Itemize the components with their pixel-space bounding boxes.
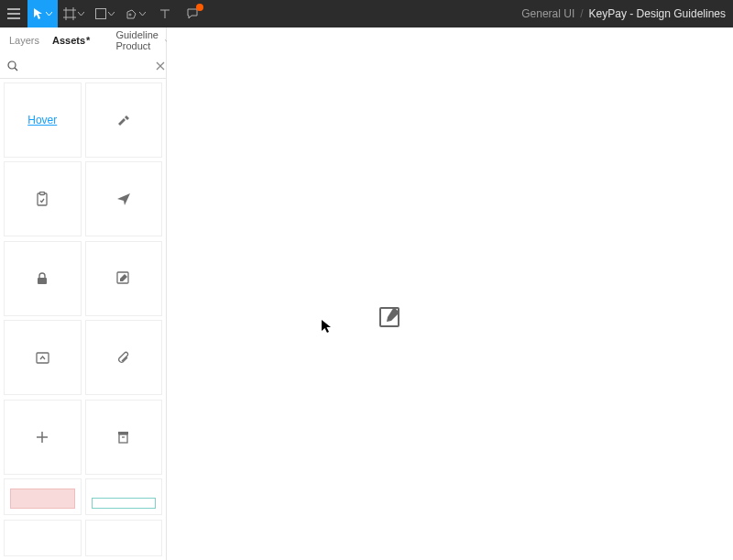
svg-rect-30 <box>119 434 127 443</box>
chevron-down-icon <box>139 12 146 16</box>
alert-swatch-teal <box>92 498 157 509</box>
move-tool-button[interactable] <box>27 0 58 27</box>
left-sidebar: Layers Assets* Guideline Product <box>0 27 167 560</box>
pen-icon <box>126 8 137 20</box>
edit-icon <box>116 271 130 285</box>
search-input[interactable] <box>24 60 150 71</box>
tab-assets[interactable]: Assets* <box>52 35 90 46</box>
tab-assets-label: Assets <box>52 35 85 46</box>
asset-plane[interactable] <box>85 161 163 236</box>
comment-tool-button[interactable] <box>179 0 206 27</box>
top-toolbar: General UI / KeyPay - Design Guidelines <box>0 0 733 27</box>
asset-hover-label: Hover <box>27 114 57 126</box>
clear-search-button[interactable] <box>156 58 165 74</box>
svg-point-11 <box>8 61 16 69</box>
lock-icon <box>37 272 48 285</box>
panel-tabs: Layers Assets* Guideline Product <box>0 27 166 53</box>
chevron-down-icon <box>78 12 84 16</box>
menu-button[interactable] <box>0 0 27 27</box>
asset-alert-teal[interactable] <box>85 478 163 515</box>
asset-hover[interactable]: Hover <box>4 82 82 158</box>
breadcrumb-file[interactable]: KeyPay - Design Guidelines <box>589 7 726 20</box>
clipboard-icon <box>36 192 49 206</box>
canvas[interactable] <box>167 27 733 560</box>
asset-placeholder-2[interactable] <box>85 520 163 556</box>
airplane-icon <box>116 192 131 206</box>
asset-add[interactable] <box>4 400 82 475</box>
page-selector[interactable]: Guideline Product <box>115 29 168 51</box>
chevron-down-icon <box>108 12 115 16</box>
panel-icon <box>36 352 49 364</box>
archive-icon <box>117 431 129 444</box>
search-icon[interactable] <box>7 58 18 74</box>
asset-edit[interactable] <box>85 241 163 316</box>
svg-rect-2 <box>7 17 20 19</box>
breadcrumb-separator: / <box>580 7 583 20</box>
rectangle-icon <box>95 8 106 19</box>
breadcrumb: General UI / KeyPay - Design Guidelines <box>521 7 733 20</box>
svg-rect-24 <box>38 278 47 284</box>
assets-grid: Hover <box>0 79 166 560</box>
tab-layers[interactable]: Layers <box>9 35 39 46</box>
asset-hammer[interactable] <box>85 82 163 158</box>
chevron-down-icon <box>46 12 52 16</box>
breadcrumb-project[interactable]: General UI <box>521 7 574 20</box>
asset-archive[interactable] <box>85 400 163 475</box>
frame-icon <box>63 7 76 20</box>
shape-tool-button[interactable] <box>90 0 120 27</box>
svg-rect-0 <box>7 8 20 10</box>
close-icon <box>156 61 165 71</box>
hammer-icon <box>116 113 131 127</box>
notification-dot <box>196 4 203 11</box>
canvas-edit-component[interactable] <box>379 305 403 329</box>
text-icon <box>159 8 170 19</box>
cursor-icon <box>33 7 44 20</box>
svg-rect-1 <box>7 13 20 15</box>
cursor-pointer <box>321 319 332 334</box>
asset-attachment[interactable] <box>85 320 163 395</box>
asset-alert-red[interactable] <box>4 478 82 515</box>
alert-swatch-red <box>10 489 75 509</box>
asset-clipboard[interactable] <box>4 161 82 236</box>
hamburger-icon <box>7 8 20 19</box>
asset-lock[interactable] <box>4 241 82 316</box>
paperclip-icon <box>116 351 130 365</box>
svg-rect-23 <box>40 192 45 195</box>
svg-rect-26 <box>37 353 49 363</box>
page-selector-label: Guideline Product <box>115 29 161 51</box>
frame-tool-button[interactable] <box>58 0 90 27</box>
plus-icon <box>36 431 49 444</box>
asset-panel[interactable] <box>4 320 82 395</box>
pen-tool-button[interactable] <box>120 0 151 27</box>
text-tool-button[interactable] <box>151 0 179 27</box>
svg-point-8 <box>129 14 131 16</box>
svg-rect-7 <box>96 9 106 19</box>
svg-line-12 <box>15 68 17 71</box>
asset-search-row <box>0 53 166 79</box>
assets-unsaved-indicator: * <box>86 35 90 46</box>
asset-placeholder-1[interactable] <box>4 520 82 556</box>
